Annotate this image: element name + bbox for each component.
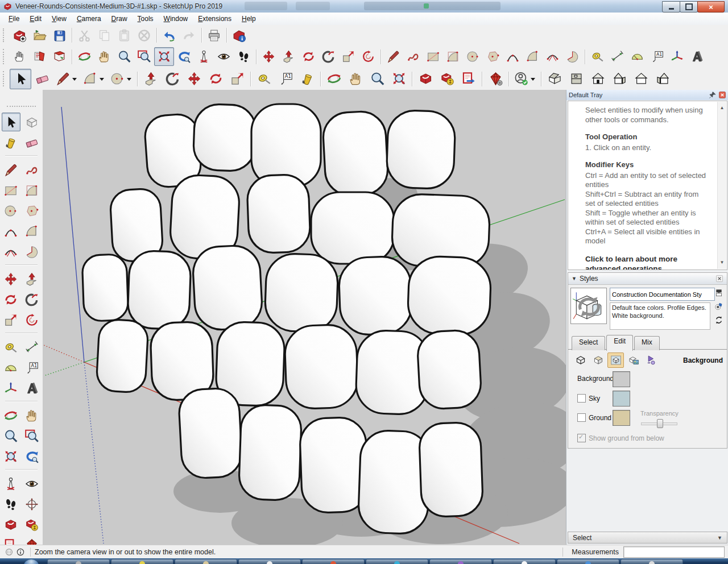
tool-view-iso-button[interactable] xyxy=(544,69,565,89)
menu-edit[interactable]: Edit xyxy=(24,13,47,24)
tool-pie-button[interactable] xyxy=(23,242,42,261)
credits-info-icon[interactable] xyxy=(15,546,26,558)
stone-block[interactable] xyxy=(96,319,148,393)
tool-zoom-button[interactable] xyxy=(114,47,134,66)
dropdown-arrow-icon[interactable] xyxy=(531,78,535,83)
stone-block[interactable] xyxy=(407,256,492,336)
tool-view-back-button[interactable] xyxy=(630,69,652,89)
tool-eraser-button[interactable] xyxy=(31,69,53,89)
windows-taskbar[interactable] xyxy=(0,558,728,564)
taskbar-item[interactable] xyxy=(302,559,365,564)
tool-push-pull-button[interactable] xyxy=(140,69,162,89)
stone-block[interactable] xyxy=(192,244,263,331)
dropdown-arrow-icon[interactable] xyxy=(72,78,77,83)
tool-save-button[interactable] xyxy=(49,26,69,45)
instructor-scrollbar[interactable]: ▲ ▼ xyxy=(717,102,726,269)
style-thumbnail[interactable] xyxy=(570,288,607,324)
stone-block[interactable] xyxy=(322,110,388,197)
tool-follow-me-button[interactable] xyxy=(23,290,42,309)
stone-block[interactable] xyxy=(386,110,456,189)
tool-view-top-button[interactable] xyxy=(565,69,587,89)
tool-print-button[interactable] xyxy=(204,26,224,45)
tool-walk-button[interactable] xyxy=(2,495,20,513)
taskbar-item[interactable] xyxy=(493,559,556,564)
menu-window[interactable]: Window xyxy=(159,13,193,24)
tool-scale-button[interactable] xyxy=(2,310,20,329)
tool-pan-button[interactable] xyxy=(94,47,114,66)
stone-block[interactable] xyxy=(264,253,339,333)
menu-extensions[interactable]: Extensions xyxy=(193,13,237,24)
scroll-up-icon[interactable]: ▲ xyxy=(720,102,725,115)
toolbar-grip[interactable] xyxy=(3,71,8,86)
tool-previous-button[interactable] xyxy=(23,447,42,466)
tool-move-button[interactable] xyxy=(183,69,205,89)
maximize-button[interactable] xyxy=(680,1,698,13)
tool-orbit-button[interactable] xyxy=(75,47,94,66)
tray-header[interactable]: Default Tray xyxy=(566,90,728,100)
tool-copy-button[interactable] xyxy=(94,26,114,45)
toolbar-grip[interactable] xyxy=(3,28,8,42)
tool-polygon-button[interactable] xyxy=(23,201,42,220)
tool-text-button[interactable]: A1 xyxy=(275,69,296,89)
tool-3d-warehouse-button[interactable] xyxy=(2,515,20,534)
tool-look-around-button[interactable] xyxy=(23,474,42,493)
tool-paint-bucket-button[interactable] xyxy=(296,69,318,89)
tool-hand-tool-button[interactable] xyxy=(10,47,30,66)
styles-close-icon[interactable] xyxy=(715,275,723,283)
tool-pan-button[interactable] xyxy=(23,406,42,425)
close-button[interactable]: × xyxy=(697,1,725,13)
tool-push-pull-button[interactable] xyxy=(23,269,42,288)
tool-rotate-button[interactable] xyxy=(2,290,20,309)
tool-paint-bucket-button[interactable] xyxy=(2,133,20,152)
tool-offset-button[interactable] xyxy=(358,47,378,66)
tool-circle-button[interactable] xyxy=(463,47,483,66)
edge-style-button[interactable] xyxy=(572,353,589,368)
tool-follow-me-button[interactable] xyxy=(318,47,338,66)
stone-block[interactable] xyxy=(127,250,192,330)
tray-close-icon[interactable] xyxy=(718,91,726,99)
secondary-pane-icon[interactable] xyxy=(714,288,723,297)
tool-extension-warehouse-button[interactable] xyxy=(436,69,458,89)
modeling-style-button[interactable] xyxy=(643,353,659,368)
tab-edit[interactable]: Edit xyxy=(606,335,633,351)
tool-circle-button[interactable] xyxy=(2,201,20,220)
style-name-input[interactable] xyxy=(610,288,715,301)
tool-view-front-button[interactable] xyxy=(587,69,609,89)
tool-make-component-button[interactable] xyxy=(23,113,42,131)
tool-rotated-rectangle-button[interactable] xyxy=(23,181,42,200)
stone-block[interactable] xyxy=(82,254,129,322)
menu-tools[interactable]: Tools xyxy=(133,13,159,24)
tool-text-button[interactable]: A1 xyxy=(647,47,667,66)
menu-camera[interactable]: Camera xyxy=(72,13,106,24)
tool-orbit-button[interactable] xyxy=(2,406,20,425)
tool-extension-manager-button[interactable] xyxy=(485,69,506,89)
tool-protractor-button[interactable] xyxy=(2,358,20,377)
tool-3d-text-button[interactable] xyxy=(687,47,707,66)
tool-offset-button[interactable] xyxy=(23,310,42,329)
transparency-slider[interactable] xyxy=(641,419,677,427)
add-style-icon[interactable] xyxy=(714,302,723,311)
tool-extension-warehouse-button[interactable] xyxy=(23,515,42,534)
tool-3point-arc-button[interactable] xyxy=(543,47,562,66)
tool-model-info-button[interactable] xyxy=(229,26,249,45)
pin-icon[interactable] xyxy=(709,91,717,99)
tool-axes-button[interactable] xyxy=(2,379,20,397)
stone-block[interactable] xyxy=(311,192,394,264)
tool-undo-button[interactable] xyxy=(159,26,179,45)
tool-eraser-button[interactable] xyxy=(23,133,42,152)
tool-layout-button[interactable] xyxy=(458,69,479,89)
tool-plugin-b-button[interactable] xyxy=(49,47,69,66)
tool-zoom-window-button[interactable] xyxy=(23,426,42,445)
tool-line-button[interactable] xyxy=(383,47,403,66)
tool-zoom-button[interactable] xyxy=(366,69,388,89)
geolocation-icon[interactable] xyxy=(3,546,15,558)
taskbar-item[interactable] xyxy=(557,559,619,564)
tool-select-button[interactable] xyxy=(2,113,20,131)
measurements-input[interactable] xyxy=(623,546,725,558)
instructor-advanced-link[interactable]: Click to learn about more advanced opera… xyxy=(585,254,710,271)
toolbar-grip[interactable] xyxy=(3,49,8,64)
face-style-button[interactable] xyxy=(590,353,606,368)
menu-file[interactable]: File xyxy=(3,13,24,24)
tool-rectangle-button[interactable] xyxy=(2,181,20,200)
taskbar-item[interactable] xyxy=(111,559,173,564)
